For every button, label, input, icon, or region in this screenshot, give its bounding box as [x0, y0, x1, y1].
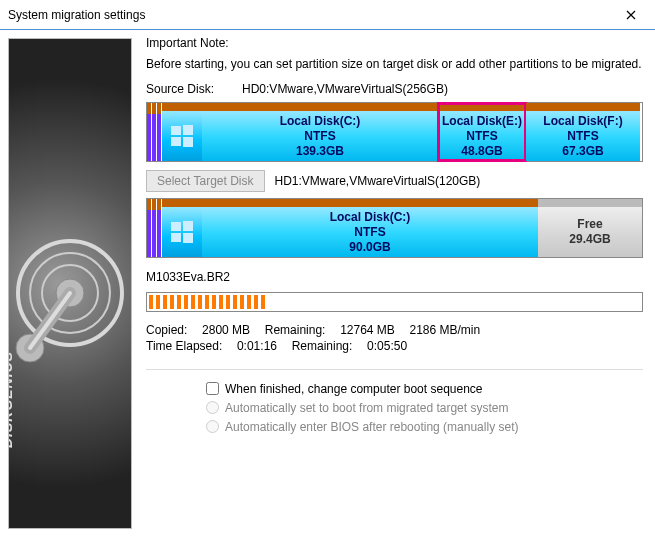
svg-rect-8: [183, 137, 193, 147]
boot-sequence-label: When finished, change computer boot sequ…: [225, 382, 483, 396]
elapsed-value: 0:01:16: [237, 338, 277, 354]
source-disk-bar[interactable]: Local Disk(C:) NTFS 139.3GB Local Disk(E…: [146, 102, 643, 162]
system-strip: [147, 103, 151, 161]
part-fs: NTFS: [567, 129, 598, 144]
source-partition-c[interactable]: Local Disk(C:) NTFS 139.3GB: [202, 103, 438, 161]
radio-bios-input: [206, 420, 219, 433]
source-partition-e[interactable]: Local Disk(E:) NTFS 48.8GB: [438, 103, 526, 161]
reserved-partition[interactable]: [162, 103, 202, 161]
titlebar: System migration settings: [0, 0, 655, 30]
radio-auto-input: [206, 401, 219, 414]
radio-auto-boot: Automatically set to boot from migrated …: [206, 401, 643, 415]
content: DISKGENIUS Important Note: Before starti…: [0, 30, 655, 537]
current-file: M1033Eva.BR2: [146, 270, 643, 284]
side-illustration: DISKGENIUS: [8, 38, 132, 529]
progress-stats: Copied: 2800 MB Remaining: 12764 MB 2186…: [146, 322, 643, 354]
progress-fill: [149, 295, 267, 309]
brand-label: DISKGENIUS: [8, 351, 15, 448]
copied-value: 2800 MB: [202, 322, 250, 338]
close-button[interactable]: [608, 1, 653, 29]
part-name: Local Disk(E:): [442, 114, 522, 129]
svg-rect-6: [183, 125, 193, 135]
svg-rect-7: [171, 137, 181, 146]
svg-rect-12: [183, 233, 193, 243]
windows-icon: [162, 111, 202, 161]
source-row: Source Disk: HD0:VMware,VMwareVirtualS(2…: [146, 82, 643, 96]
source-label: Source Disk:: [146, 82, 214, 96]
boot-sequence-check-input[interactable]: [206, 382, 219, 395]
reserved-partition[interactable]: [162, 199, 202, 257]
free-label: Free: [577, 217, 602, 232]
system-strip: [152, 103, 156, 161]
target-disk-value: HD1:VMware,VMwareVirtualS(120GB): [275, 174, 481, 188]
part-size: 139.3GB: [296, 144, 344, 159]
svg-rect-10: [183, 221, 193, 231]
svg-rect-5: [171, 126, 181, 135]
radio-bios-label: Automatically enter BIOS after rebooting…: [225, 420, 518, 434]
close-icon: [626, 10, 636, 20]
note-body: Before starting, you can set partition s…: [146, 56, 643, 72]
remaining-label: Remaining:: [265, 322, 326, 338]
source-disk-value: HD0:VMware,VMwareVirtualS(256GB): [242, 82, 448, 96]
radio-bios: Automatically enter BIOS after rebooting…: [206, 420, 643, 434]
part-name: Local Disk(F:): [543, 114, 622, 129]
svg-rect-9: [171, 222, 181, 231]
windows-icon: [162, 207, 202, 257]
boot-options: When finished, change computer boot sequ…: [146, 382, 643, 434]
target-disk-bar[interactable]: Local Disk(C:) NTFS 90.0GB Free 29.4GB: [146, 198, 643, 258]
elapsed-label: Time Elapsed:: [146, 338, 222, 354]
part-fs: NTFS: [304, 129, 335, 144]
part-size: 90.0GB: [349, 240, 390, 255]
part-fs: NTFS: [354, 225, 385, 240]
target-free-space[interactable]: Free 29.4GB: [538, 199, 642, 257]
source-partition-f[interactable]: Local Disk(F:) NTFS 67.3GB: [526, 103, 640, 161]
part-name: Local Disk(C:): [280, 114, 361, 129]
time-remaining-label: Remaining:: [292, 338, 353, 354]
select-target-disk-button[interactable]: Select Target Disk: [146, 170, 265, 192]
system-strip: [147, 199, 151, 257]
part-size: 48.8GB: [461, 144, 502, 159]
separator: [146, 369, 643, 370]
rate-value: 2186 MB/min: [410, 322, 481, 338]
boot-sequence-checkbox[interactable]: When finished, change computer boot sequ…: [206, 382, 643, 396]
note-title: Important Note:: [146, 36, 643, 50]
part-name: Local Disk(C:): [330, 210, 411, 225]
remaining-value: 12764 MB: [340, 322, 395, 338]
target-partition-c[interactable]: Local Disk(C:) NTFS 90.0GB: [202, 199, 538, 257]
window-title: System migration settings: [8, 8, 608, 22]
main-panel: Important Note: Before starting, you can…: [136, 30, 655, 537]
target-row: Select Target Disk HD1:VMware,VMwareVirt…: [146, 170, 643, 192]
system-strip: [157, 199, 161, 257]
radio-auto-label: Automatically set to boot from migrated …: [225, 401, 508, 415]
system-strip: [152, 199, 156, 257]
part-size: 67.3GB: [562, 144, 603, 159]
system-strip: [157, 103, 161, 161]
copied-label: Copied:: [146, 322, 187, 338]
time-remaining-value: 0:05:50: [367, 338, 407, 354]
part-fs: NTFS: [466, 129, 497, 144]
free-size: 29.4GB: [569, 232, 610, 247]
progress-bar: [146, 292, 643, 312]
svg-rect-11: [171, 233, 181, 242]
